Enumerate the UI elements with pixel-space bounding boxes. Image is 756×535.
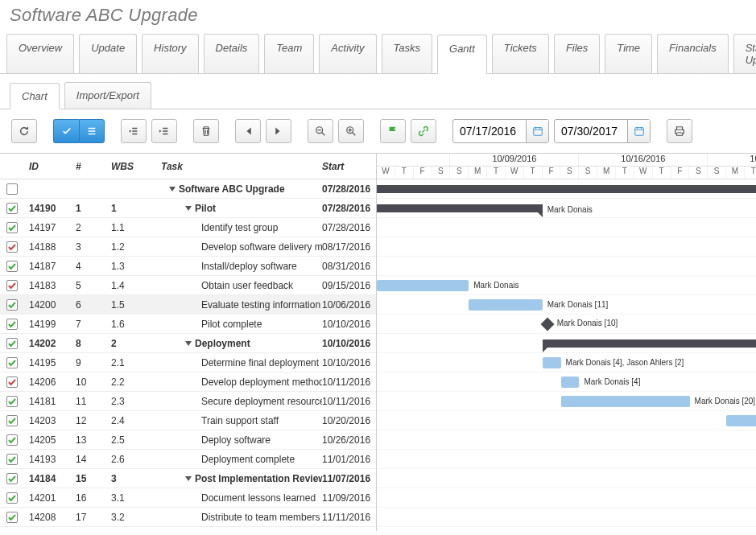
task-row[interactable]: 14206102.2Develop deployment methodology… [0, 372, 376, 392]
gantt-bar[interactable] [543, 340, 756, 348]
cell-id: 14188 [26, 241, 76, 253]
tab-details[interactable]: Details [204, 34, 260, 73]
calendar-icon[interactable] [526, 120, 548, 142]
task-row[interactable]: 1418831.2Develop software delivery mecha… [0, 237, 376, 257]
outdent-button[interactable] [121, 119, 147, 143]
col-header-id[interactable]: ID [26, 161, 76, 172]
tab-team[interactable]: Team [264, 34, 314, 73]
cell-task: Software ABC Upgrade [161, 183, 322, 195]
gantt-row [377, 257, 756, 276]
cell-start: 10/11/2016 [322, 377, 375, 388]
day-header: W [634, 167, 653, 179]
cell-num: 9 [76, 357, 111, 368]
task-row[interactable]: 14201163.1Document lessons learned11/09/… [0, 488, 376, 508]
cell-id: 14201 [26, 492, 76, 504]
indent-button[interactable] [151, 119, 177, 143]
task-row[interactable]: 1418741.3Install/deploy software08/31/20… [0, 257, 376, 276]
gantt-bar-label: Mark Donais [10] [557, 319, 618, 327]
cell-num: 5 [76, 280, 111, 291]
tab-tickets[interactable]: Tickets [492, 34, 549, 73]
task-row[interactable]: 1419592.1Determine final deployment stra… [0, 353, 376, 372]
cell-num: 8 [76, 338, 111, 349]
gantt-bar[interactable]: Mark Donais [20] [561, 396, 690, 407]
list-view-button[interactable] [79, 119, 105, 143]
date-from-field[interactable] [452, 119, 549, 143]
tab-update[interactable]: Update [79, 34, 137, 73]
link-button[interactable] [411, 119, 436, 143]
print-button[interactable] [667, 119, 692, 143]
task-row[interactable]: 14205132.5Deploy software10/26/2016 [0, 430, 376, 450]
tab-tasks[interactable]: Tasks [382, 34, 432, 73]
chevron-down-icon[interactable] [185, 206, 192, 211]
zoom-in-button[interactable] [338, 119, 364, 143]
task-row[interactable]: 1419971.6Pilot complete10/10/2016 [0, 315, 376, 334]
status-icon [6, 183, 18, 195]
tab-overview[interactable]: Overview [6, 34, 74, 73]
task-row[interactable]: 14181112.3Secure deployment resources10/… [0, 392, 376, 411]
cell-wbs: 3 [111, 473, 161, 484]
status-icon [6, 512, 18, 523]
first-button[interactable] [235, 119, 261, 143]
cell-task: Train support staff [161, 415, 322, 426]
col-header-num[interactable]: # [76, 161, 111, 172]
tab-financials[interactable]: Financials [657, 34, 729, 73]
tab-files[interactable]: Files [554, 34, 600, 73]
task-row[interactable]: 1420282Deployment10/10/2016 [0, 334, 376, 353]
task-row[interactable]: 1419721.1Identify test group07/28/2016 [0, 218, 376, 237]
gantt-timeline[interactable]: 10/09/201610/16/201610/23/2016 WTFSSMTWT… [377, 154, 756, 531]
gantt-bar[interactable]: Mark Donais [4] [561, 377, 580, 388]
cell-num: 13 [76, 434, 111, 446]
subtab-import-export[interactable]: Import/Export [64, 82, 151, 109]
task-row[interactable]: Software ABC Upgrade07/28/2016 [0, 179, 376, 199]
calendar-icon[interactable] [627, 120, 650, 142]
status-icon [6, 241, 18, 253]
cell-task: Obtain user feedback [161, 280, 322, 291]
gantt-bar[interactable]: Mark Donais [377, 280, 469, 291]
date-to-input[interactable] [555, 125, 627, 138]
chevron-down-icon[interactable] [185, 341, 192, 346]
task-row[interactable]: 1420061.5Evaluate testing information10/… [0, 295, 376, 315]
task-row[interactable]: 1419011Pilot07/28/2016 [0, 199, 376, 218]
cell-start: 11/11/2016 [322, 512, 375, 523]
last-button[interactable] [266, 119, 291, 143]
gantt-bar[interactable]: Mark Donais [11] [469, 299, 542, 311]
tab-history[interactable]: History [142, 34, 198, 73]
zoom-out-button[interactable] [308, 119, 333, 143]
cell-task: Develop deployment methodology [161, 377, 322, 388]
subtab-chart[interactable]: Chart [10, 83, 60, 109]
cell-start: 10/10/2016 [322, 338, 375, 349]
flag-button[interactable] [380, 119, 406, 143]
task-row[interactable]: 1418351.4Obtain user feedback09/15/2016 [0, 276, 376, 295]
gantt-bar[interactable]: Mark Donais [377, 204, 543, 212]
date-to-field[interactable] [554, 119, 651, 143]
day-header: M [597, 167, 616, 179]
refresh-button[interactable] [11, 119, 37, 143]
col-header-start[interactable]: Start [322, 161, 375, 172]
gantt-bar[interactable]: Mark Donais [726, 415, 756, 426]
task-row[interactable]: 14184153Post Implementation Review11/07/… [0, 469, 376, 488]
tab-gantt[interactable]: Gantt [437, 35, 487, 74]
tab-status-updates[interactable]: Status Updates [733, 34, 756, 73]
col-header-wbs[interactable]: WBS [111, 161, 161, 172]
date-from-input[interactable] [453, 125, 526, 138]
chevron-down-icon[interactable] [185, 476, 192, 481]
cell-start: 10/10/2016 [322, 319, 375, 330]
cell-num: 11 [76, 396, 111, 407]
check-view-button[interactable] [53, 119, 79, 143]
tab-activity[interactable]: Activity [319, 34, 376, 73]
gantt-bar[interactable]: Mark Donais [4], Jason Ahlers [2] [543, 357, 561, 368]
chevron-down-icon[interactable] [169, 187, 176, 191]
gantt-bar[interactable] [377, 185, 756, 193]
day-header: T [653, 167, 671, 179]
task-row[interactable]: 14208173.2Distribute to team members11/1… [0, 508, 376, 527]
gantt-row: Mark Donais [377, 199, 756, 218]
col-header-task[interactable]: Task [161, 161, 322, 172]
gantt-milestone[interactable] [540, 318, 554, 331]
task-row[interactable]: 14203122.4Train support staff10/20/2016 [0, 411, 376, 430]
task-grid: ID # WBS Task Start Software ABC Upgrade… [0, 154, 377, 531]
gantt-row: Mark Donais [10] [377, 315, 756, 334]
delete-button[interactable] [193, 119, 219, 143]
task-row[interactable]: 14193142.6Deployment complete11/01/2016 [0, 450, 376, 469]
tab-time[interactable]: Time [605, 34, 652, 73]
cell-wbs: 2.1 [111, 357, 161, 368]
